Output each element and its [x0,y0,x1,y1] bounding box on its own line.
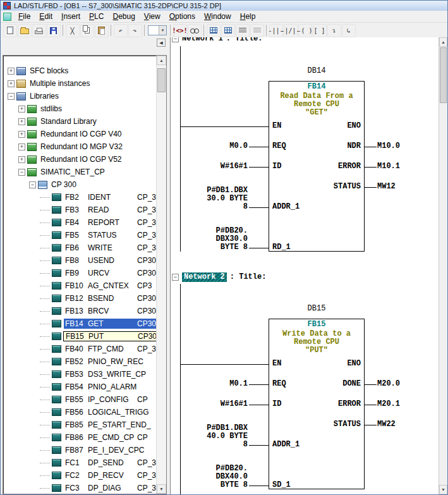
block-label[interactable]: FB9URCVCP300PB [64,268,156,278]
network-label[interactable]: Network 1 [182,37,223,43]
folder-label[interactable]: SIMATIC_NET_CP [39,167,106,177]
network-view-button[interactable] [207,24,221,37]
input-operand[interactable]: W#16#1 [182,162,248,171]
collapse-icon[interactable]: − [18,169,25,176]
tree-item-fb10[interactable]: FB10AG_CNTEXCP3 [4,279,156,292]
expand-icon[interactable]: + [18,144,25,150]
block-label[interactable]: FC2DP_RECVCP_30 [64,470,156,480]
tree-item-stdlibs[interactable]: +stdlibs [4,102,156,115]
output-operand[interactable]: MW12 [377,183,396,191]
collapse-icon[interactable]: − [29,181,36,188]
redo-button[interactable]: ↷ [128,24,142,37]
tree-item-fb56[interactable]: FB56LOGICAL_TRIGG [4,406,156,419]
tree-item-redundant-io-cgp-v40[interactable]: +Redundant IO CGP V40 [4,128,156,140]
network-2-header[interactable]: − Network 2: Title: [172,272,266,282]
copy-button[interactable] [80,24,94,37]
tree-item-fb9[interactable]: FB9URCVCP300PB [4,267,156,279]
output-operand[interactable]: M20.0 [377,380,400,388]
tree-item-fc1[interactable]: FC1DP_SENDCP_30 [4,456,156,469]
block-label[interactable]: FB4REPORTCP_300 [64,217,156,228]
tree-item-fb87[interactable]: FB87PE_I_DEV_CPC [4,444,156,456]
tree-item-fb52[interactable]: FB52PNIO_RW_REC [4,355,156,368]
scroll-down-icon[interactable]: ▼ [439,485,447,494]
instance-db-label[interactable]: DB15 [269,305,365,313]
tree-item-fb8[interactable]: FB8USENDCP300PB [4,254,156,267]
output-operand[interactable]: M10.1 [377,162,400,171]
open-button[interactable] [18,24,32,37]
block-label[interactable]: FB14GETCP300PBK [64,319,156,329]
fbd-editor[interactable]: − Network 1: Title: DB14 FB14 Read Data … [170,37,439,494]
scroll-up-icon[interactable]: ▲ [439,37,447,47]
block-label[interactable]: FB86PE_CMD_CPCP [64,432,149,443]
output-operand[interactable]: MW22 [377,420,396,429]
tree-item-fb40[interactable]: FB40FTP_CMDCP_3 [4,343,156,355]
tree-item-cp-300[interactable]: −CP 300 [4,178,156,191]
block-label[interactable]: FB55IP_CONFIGCP [64,394,149,405]
menu-debug[interactable]: Debug [108,11,139,21]
tree-item-fb54[interactable]: FB54PNIO_ALARM [4,381,156,393]
folder-label[interactable]: Redundant IO CGP V40 [39,129,123,139]
output-operand[interactable]: M10.0 [377,142,400,150]
scroll-up-icon[interactable]: ▲ [157,56,166,65]
editor-scroll-thumb[interactable] [440,47,447,103]
tree-item-fb5[interactable]: FB5STATUSCP_300 [4,229,156,241]
save-button[interactable] [47,24,61,37]
output-operand[interactable]: M20.1 [377,400,400,408]
input-operand[interactable]: 40.0 BYTE [182,432,248,441]
folder-label[interactable]: Multiple instances [28,78,91,89]
input-operand[interactable]: W#16#1 [182,400,248,408]
undo-button[interactable]: ↶ [114,24,128,37]
paste-button[interactable] [95,24,109,37]
folder-label[interactable]: Libraries [28,91,60,101]
block-label[interactable]: FB87PE_I_DEV_CPC [64,445,145,455]
collapse-network-icon[interactable]: − [172,274,179,281]
tree-item-fc2[interactable]: FC2DP_RECVCP_30 [4,469,156,482]
menu-help[interactable]: Help [236,11,260,21]
editor-scrollbar[interactable]: ▲ ▼ [439,37,447,494]
scroll-down-icon[interactable]: ▼ [157,484,166,494]
menu-plc[interactable]: PLC [85,11,108,21]
tree-scrollbar[interactable]: ▲ ▼ [156,56,166,494]
input-operand[interactable]: M0.1 [182,380,248,388]
menu-window[interactable]: Window [200,11,236,21]
tree-item-redundant-io-mgp-v32[interactable]: +Redundant IO MGP V32 [4,140,156,153]
block-label[interactable]: FB2IDENTCP_300 [64,192,156,202]
folder-label[interactable]: SFC blocks [28,66,70,76]
menu-insert[interactable]: Insert [57,11,85,21]
tree-item-fb12[interactable]: FB12BSENDCP300 [4,292,156,305]
tree-item-fb14[interactable]: FB14GETCP300PBK [4,317,156,330]
expand-icon[interactable]: + [8,68,15,75]
contact-nc-button[interactable]: -|/|- [284,24,298,37]
input-operand[interactable]: 8 [182,441,248,449]
network-1-header[interactable]: − Network 1: Title: [172,37,262,43]
input-operand[interactable]: 30.0 BYTE [182,195,248,203]
zoom-combo[interactable]: ▼ [148,25,167,35]
block-label[interactable]: FB3READCP_300 [64,205,156,215]
collapse-icon[interactable]: − [8,93,15,100]
instance-db-label[interactable]: DB14 [269,67,365,75]
print-button[interactable] [32,24,46,37]
input-operand[interactable]: BYTE 8 [182,243,248,252]
block-label[interactable]: FC1DP_SENDCP_30 [64,458,156,468]
block-label[interactable]: FB53DS3_WRITE_CP [64,369,147,379]
tree-item-sfc-blocks[interactable]: +SFC blocks [4,64,156,77]
network-title[interactable]: : Title: [226,37,263,43]
comment-button[interactable] [250,24,264,37]
coil-button[interactable]: -( ) [298,24,312,37]
collapse-network-icon[interactable]: − [172,37,179,42]
open-branch-button[interactable]: ↴ [327,24,341,37]
folder-label[interactable]: CP 300 [50,180,78,190]
cut-button[interactable]: ╳ [66,24,80,37]
tree-item-fb85[interactable]: FB85PE_START_END_ [4,419,156,431]
menu-file[interactable]: File [14,11,35,21]
tree-item-redundant-io-cgp-v52[interactable]: +Redundant IO CGP V52 [4,153,156,166]
symbol-info-button[interactable]: !<>! [173,24,187,37]
tree-item-fb55[interactable]: FB55IP_CONFIGCP [4,393,156,406]
block-label[interactable]: FB85PE_START_END_ [64,420,152,430]
block-label[interactable]: FB10AG_CNTEXCP3 [64,281,153,291]
tree-item-fb15[interactable]: FB15PUTCP300PBK [4,330,156,343]
block-label[interactable]: FB54PNIO_ALARM [64,382,138,392]
tree-item-fb3[interactable]: FB3READCP_300 [4,204,156,216]
expand-icon[interactable]: + [18,106,25,113]
block-label[interactable]: FC3DP_DIAGCP_3 [64,483,156,493]
